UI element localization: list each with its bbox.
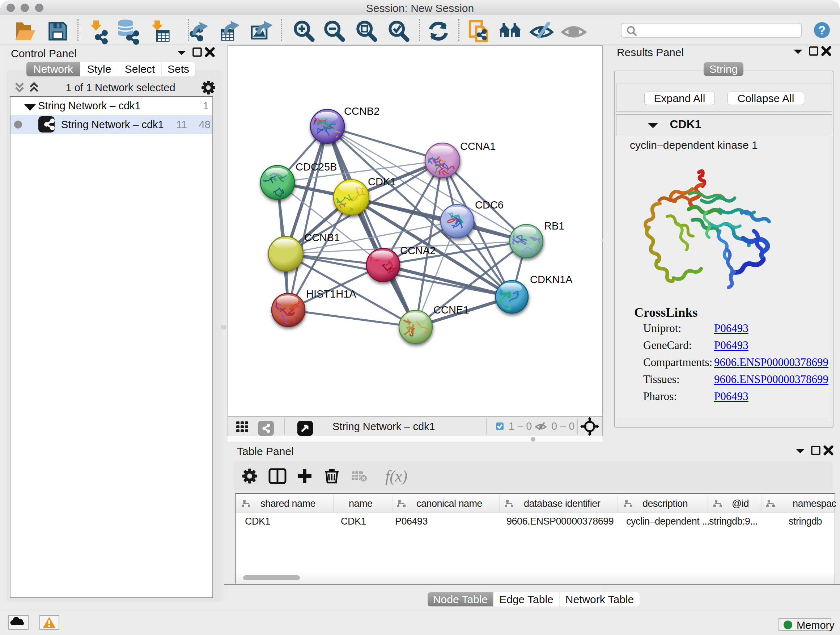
svg-text:0 – 0: 0 – 0 [551,420,575,432]
svg-text:canonical name: canonical name [416,498,482,509]
svg-text:description: description [643,498,688,509]
svg-text:CCNA2: CCNA2 [400,245,436,256]
svg-text:CCNB1: CCNB1 [304,232,340,243]
svg-text:1 – 0: 1 – 0 [508,420,532,432]
svg-text:?: ? [818,23,826,37]
svg-text:namespac: namespac [793,498,836,509]
svg-text:f(x): f(x) [385,467,407,485]
svg-text:CDC6: CDC6 [475,199,504,211]
svg-text:CCNB2: CCNB2 [344,105,379,117]
svg-text:CCNA1: CCNA1 [460,141,496,152]
svg-text:CDKN1A: CDKN1A [530,274,573,285]
svg-text:HIST1H1A: HIST1H1A [306,288,356,300]
svg-text:shared name: shared name [261,498,316,509]
svg-text:name: name [349,498,373,509]
svg-text:RB1: RB1 [544,220,564,232]
svg-text:database identifier: database identifier [524,498,600,509]
svg-text:@id: @id [732,498,749,509]
svg-text:CDK1: CDK1 [368,176,396,187]
svg-text:CDC25B: CDC25B [295,161,337,173]
svg-text:String Network – cdk1: String Network – cdk1 [332,421,435,432]
svg-text:CCNE1: CCNE1 [433,304,469,316]
